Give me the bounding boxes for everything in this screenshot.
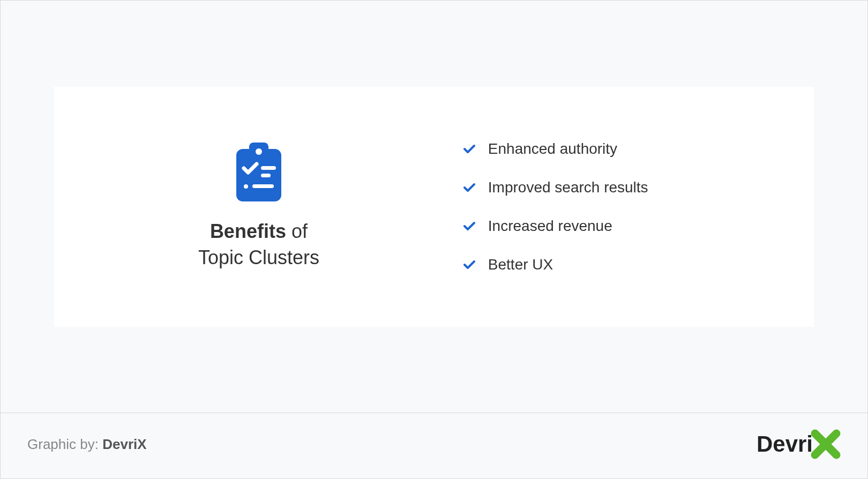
graphic-title: Benefits of Topic Clusters <box>198 219 319 271</box>
list-item: Improved search results <box>463 179 771 196</box>
credit-label: Graphic by: <box>27 436 99 452</box>
logo-text: Devri <box>757 431 813 457</box>
devrix-logo: Devri <box>757 429 841 459</box>
title-of: of <box>291 220 308 242</box>
svg-rect-4 <box>252 184 274 188</box>
title-section: Benefits of Topic Clusters <box>97 143 421 271</box>
footer: Graphic by: DevriX Devri <box>1 413 867 478</box>
list-item: Enhanced authority <box>463 140 771 158</box>
benefits-section: Enhanced authority Improved search resul… <box>421 140 771 273</box>
svg-point-0 <box>256 148 262 155</box>
benefit-label: Enhanced authority <box>488 140 617 158</box>
check-icon <box>463 218 475 235</box>
clipboard-checklist-icon <box>234 143 283 204</box>
title-bold: Benefits <box>210 220 286 242</box>
svg-rect-1 <box>261 166 276 170</box>
title-line2: Topic Clusters <box>198 246 319 268</box>
credit-brand: DevriX <box>102 436 146 452</box>
svg-point-3 <box>244 184 248 189</box>
main-area: Benefits of Topic Clusters Enhanced auth… <box>1 1 867 413</box>
check-icon <box>463 179 475 196</box>
check-icon <box>463 256 475 273</box>
logo-x-icon <box>811 429 841 459</box>
credit-text: Graphic by: DevriX <box>27 436 147 453</box>
check-icon <box>463 140 475 158</box>
benefits-list: Enhanced authority Improved search resul… <box>463 140 771 273</box>
list-item: Better UX <box>463 256 771 273</box>
benefit-label: Increased revenue <box>488 218 612 235</box>
benefit-label: Better UX <box>488 256 553 273</box>
benefit-label: Improved search results <box>488 179 648 196</box>
list-item: Increased revenue <box>463 218 771 235</box>
svg-rect-2 <box>261 174 271 177</box>
content-card: Benefits of Topic Clusters Enhanced auth… <box>54 87 814 327</box>
graphic-container: Benefits of Topic Clusters Enhanced auth… <box>0 0 868 479</box>
